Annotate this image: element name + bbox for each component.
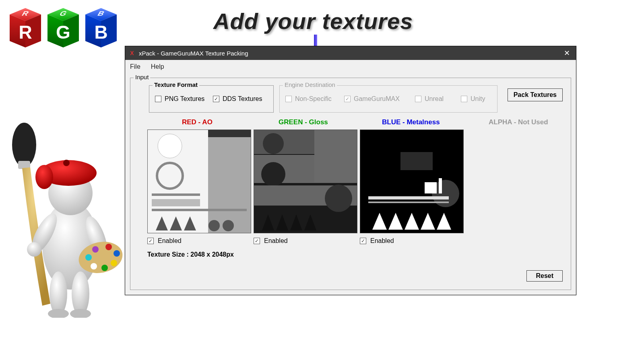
svg-point-52 <box>263 133 284 154</box>
header-blue: BLUE - Metalness <box>382 118 440 126</box>
svg-point-29 <box>111 260 117 266</box>
app-window: X xPack - GameGuruMAX Texture Packing ✕ … <box>125 46 576 295</box>
page-headline: Add your textures <box>213 8 413 34</box>
fieldset-texture-format: Texture Format PNG Textures DDS Textures <box>149 85 274 113</box>
svg-rect-65 <box>368 202 449 203</box>
app-icon: X <box>128 49 136 57</box>
svg-rect-71 <box>425 182 437 193</box>
legend-texture-format: Texture Format <box>153 81 199 88</box>
checkbox-enabled-blue[interactable] <box>360 238 366 244</box>
label-enabled-green: Enabled <box>264 237 288 245</box>
svg-point-24 <box>35 165 53 189</box>
svg-rect-41 <box>152 193 200 196</box>
cube-blue: B B <box>84 7 118 49</box>
label-non-specific: Non-Specific <box>295 95 332 103</box>
painter-illustration <box>6 117 123 318</box>
checkbox-png-textures[interactable] <box>155 96 161 102</box>
svg-point-48 <box>223 220 234 231</box>
checkbox-enabled-green[interactable] <box>254 238 260 244</box>
svg-point-47 <box>208 220 220 231</box>
svg-text:B: B <box>94 22 107 43</box>
svg-point-18 <box>70 309 91 318</box>
window-close-button[interactable]: ✕ <box>560 46 574 60</box>
svg-point-32 <box>85 254 92 261</box>
label-unreal: Unreal <box>425 95 444 103</box>
cube-green: G G <box>46 7 80 49</box>
svg-rect-42 <box>152 199 200 206</box>
checkbox-gamegurumax[interactable] <box>344 96 351 102</box>
label-gamegurumax: GameGuruMAX <box>354 95 400 103</box>
svg-point-60 <box>325 185 352 212</box>
svg-rect-64 <box>368 196 449 200</box>
svg-point-25 <box>63 160 70 166</box>
cube-red: R R <box>8 7 43 49</box>
checkbox-dds-textures[interactable] <box>213 96 219 102</box>
titlebar[interactable]: X xPack - GameGuruMAX Texture Packing ✕ <box>125 46 576 60</box>
texture-size-label: Texture Size : 2048 x 2048px <box>147 251 234 258</box>
svg-point-30 <box>101 265 108 271</box>
svg-point-31 <box>91 263 97 269</box>
legend-engine-destination: Engine Destination <box>283 81 337 88</box>
svg-rect-72 <box>439 178 442 193</box>
texture-slot-green[interactable] <box>254 130 357 233</box>
rgb-cubes-illustration: R R G G <box>8 7 118 49</box>
svg-point-33 <box>92 246 99 253</box>
reset-button[interactable]: Reset <box>526 270 563 282</box>
svg-point-12 <box>12 123 36 167</box>
svg-text:R: R <box>19 22 32 43</box>
label-dds-textures: DDS Textures <box>223 95 262 103</box>
svg-point-53 <box>261 162 285 186</box>
label-enabled-blue: Enabled <box>370 237 394 245</box>
texture-slot-blue[interactable] <box>360 130 464 233</box>
pack-textures-button[interactable]: Pack Textures <box>508 88 563 101</box>
svg-rect-62 <box>400 152 433 170</box>
svg-point-28 <box>114 250 120 257</box>
svg-point-39 <box>158 134 182 158</box>
header-green: GREEN - Gloss <box>279 118 328 126</box>
checkbox-enabled-red[interactable] <box>147 238 154 244</box>
fieldset-engine-destination: Engine Destination Non-Specific GameGuru… <box>279 85 497 113</box>
label-unity: Unity <box>471 95 485 103</box>
label-png-textures: PNG Textures <box>165 95 204 103</box>
svg-point-21 <box>27 242 41 257</box>
svg-rect-43 <box>152 209 247 211</box>
fieldset-input: Input Texture Format PNG Textures DDS Te… <box>130 78 571 290</box>
label-enabled-red: Enabled <box>158 237 182 245</box>
menu-file[interactable]: File <box>130 63 140 70</box>
svg-rect-37 <box>208 130 251 233</box>
svg-rect-54 <box>314 130 357 182</box>
window-title: xPack - GameGuruMAX Texture Packing <box>139 50 248 57</box>
checkbox-non-specific[interactable] <box>285 96 292 102</box>
svg-rect-38 <box>208 130 251 137</box>
svg-point-27 <box>105 244 112 250</box>
menu-help[interactable]: Help <box>151 63 164 70</box>
header-red: RED - AO <box>182 118 213 126</box>
menubar: File Help <box>125 60 576 74</box>
svg-point-17 <box>48 309 69 318</box>
checkbox-unreal[interactable] <box>415 96 421 102</box>
header-alpha: ALPHA - Not Used <box>489 118 548 126</box>
legend-input: Input <box>134 74 150 80</box>
checkbox-unity[interactable] <box>461 96 467 102</box>
texture-slot-red[interactable] <box>147 130 251 233</box>
svg-text:G: G <box>56 22 70 43</box>
